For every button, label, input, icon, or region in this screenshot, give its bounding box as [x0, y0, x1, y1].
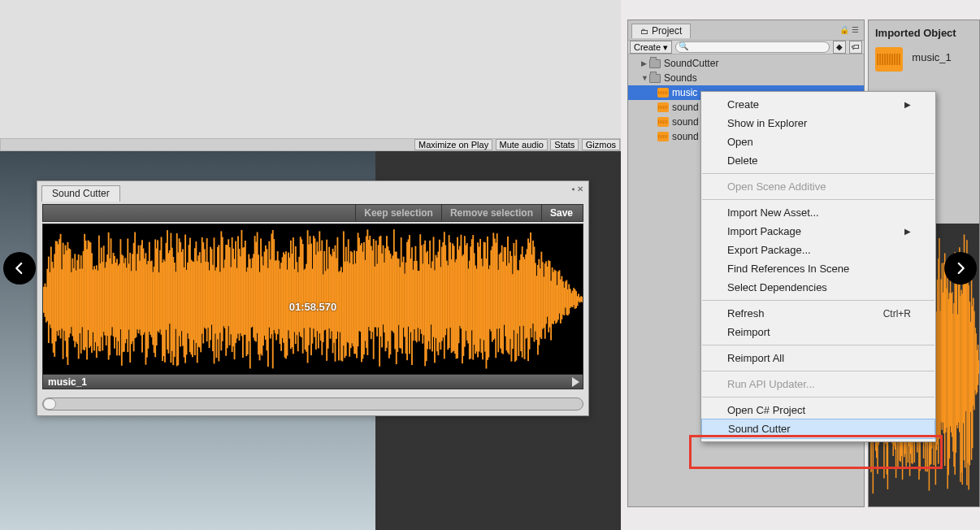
- maximize-on-play-button[interactable]: Maximize on Play: [414, 139, 492, 150]
- play-icon[interactable]: [572, 377, 579, 387]
- menu-item-select-dependencies[interactable]: Select Dependencies: [701, 278, 935, 297]
- tree-folder-sounds[interactable]: ▼ Sounds: [628, 71, 864, 85]
- create-button[interactable]: Create ▾: [630, 41, 672, 54]
- create-button-label: Create: [634, 42, 661, 52]
- menu-item-label: Delete: [727, 154, 758, 167]
- menu-separator: [702, 397, 934, 398]
- menu-item-create[interactable]: Create▶: [701, 95, 935, 114]
- menu-item-reimport-all[interactable]: Reimport All: [701, 349, 935, 367]
- sound-cutter-tab[interactable]: Sound Cutter: [41, 185, 120, 202]
- menu-item-label: Show in Explorer: [727, 117, 807, 129]
- menu-item-export-package[interactable]: Export Package...: [701, 241, 935, 259]
- folder-icon: [649, 59, 661, 68]
- menu-separator: [702, 199, 934, 200]
- audioclip-icon: [657, 102, 669, 112]
- tree-item-label: music: [672, 85, 697, 100]
- tree-item-label: Sounds: [664, 71, 697, 85]
- tree-item-label: SoundCutter: [664, 56, 718, 71]
- menu-item-label: Import New Asset...: [727, 206, 819, 219]
- menu-item-show-in-explorer[interactable]: Show in Explorer: [701, 114, 935, 132]
- gizmos-button[interactable]: Gizmos: [582, 139, 620, 150]
- submenu-arrow-icon: ▶: [904, 227, 911, 236]
- menu-item-run-api-updater: Run API Updater...: [701, 375, 935, 393]
- chevron-right-icon: [953, 261, 968, 276]
- waveform-viewport[interactable]: 01:58.570 music_1: [42, 224, 583, 389]
- menu-shortcut: Ctrl+R: [883, 308, 911, 319]
- waveform-scrollbar[interactable]: [42, 398, 583, 411]
- panel-lock-icon[interactable]: 🔒 ☰: [839, 25, 859, 34]
- menu-separator: [702, 371, 934, 371]
- menu-item-label: Import Package: [727, 225, 801, 237]
- menu-item-label: Open C# Project: [727, 404, 805, 416]
- menu-separator: [702, 173, 934, 174]
- game-view-toolbar: Maximize on Play Mute audio Stats Gizmos: [0, 138, 621, 151]
- menu-item-open-c-project[interactable]: Open C# Project: [701, 401, 935, 419]
- keep-selection-button[interactable]: Keep selection: [355, 205, 441, 221]
- menu-item-delete[interactable]: Delete: [701, 151, 935, 170]
- menu-item-label: Create: [727, 98, 759, 111]
- menu-item-label: Run API Updater...: [727, 378, 815, 390]
- audioclip-icon: [657, 117, 669, 127]
- menu-item-find-references-in-scene[interactable]: Find References In Scene: [701, 259, 935, 278]
- sound-cutter-window: Sound Cutter ▪ ✕ Keep selection Remove s…: [37, 180, 589, 416]
- project-controls-bar: Create ▾ ◆ 🏷: [628, 40, 864, 54]
- audioclip-icon: [875, 47, 903, 72]
- svg-rect-569: [978, 360, 979, 373]
- folder-icon: [649, 74, 661, 83]
- submenu-arrow-icon: ▶: [904, 100, 911, 109]
- inspector-asset-name: music_1: [912, 51, 951, 63]
- inspector-title: Imported Object: [869, 20, 979, 42]
- audioclip-icon: [657, 88, 669, 98]
- menu-item-label: Reimport All: [727, 352, 784, 364]
- menu-item-label: Find References In Scene: [727, 263, 849, 275]
- menu-item-label: Open Scene Additive: [727, 180, 826, 193]
- sound-cutter-toolbar: Keep selection Remove selection Save: [42, 204, 583, 222]
- filter-by-label-button[interactable]: 🏷: [849, 41, 862, 54]
- tree-folder-soundcutter[interactable]: ▶ SoundCutter: [628, 56, 864, 71]
- menu-item-label: Reimport: [727, 326, 770, 338]
- game-view-empty-top: [0, 0, 621, 138]
- menu-item-import-new-asset[interactable]: Import New Asset...: [701, 203, 935, 222]
- menu-separator: [702, 300, 934, 301]
- chevron-left-icon: [12, 261, 27, 276]
- project-search-input[interactable]: [675, 41, 830, 53]
- tree-item-label: sound: [672, 129, 699, 144]
- asset-context-menu[interactable]: Create▶Show in ExplorerOpenDeleteOpen Sc…: [700, 91, 936, 442]
- timecode-label: 01:58.570: [43, 301, 583, 313]
- remove-selection-button[interactable]: Remove selection: [441, 205, 541, 221]
- expand-icon[interactable]: ▶: [641, 56, 649, 71]
- clip-name-bar: music_1: [43, 374, 583, 389]
- mute-audio-button[interactable]: Mute audio: [496, 139, 548, 150]
- menu-item-open[interactable]: Open: [701, 132, 935, 151]
- menu-item-label: Refresh: [727, 307, 765, 319]
- menu-item-label: Select Dependencies: [727, 281, 827, 293]
- tree-item-label: sound: [672, 100, 699, 115]
- save-button[interactable]: Save: [541, 205, 581, 221]
- stats-button[interactable]: Stats: [550, 139, 579, 150]
- menu-item-import-package[interactable]: Import Package▶: [701, 222, 935, 241]
- filter-by-type-button[interactable]: ◆: [833, 41, 846, 54]
- menu-item-label: Open: [727, 136, 753, 148]
- menu-item-label: Sound Cutter: [728, 423, 791, 435]
- gallery-prev-button[interactable]: [3, 252, 36, 285]
- menu-item-refresh[interactable]: RefreshCtrl+R: [701, 304, 935, 323]
- window-controls[interactable]: ▪ ✕: [572, 185, 583, 193]
- menu-separator: [702, 345, 934, 345]
- audioclip-icon: [657, 132, 669, 141]
- folder-icon: 🗀: [640, 27, 648, 36]
- menu-item-reimport[interactable]: Reimport: [701, 323, 935, 341]
- clip-name-label: music_1: [48, 376, 87, 388]
- gallery-next-button[interactable]: [944, 252, 977, 285]
- scrollbar-thumb[interactable]: [43, 398, 56, 410]
- menu-item-sound-cutter[interactable]: Sound Cutter: [701, 419, 935, 439]
- waveform: [43, 224, 583, 374]
- project-tab[interactable]: 🗀Project: [631, 24, 691, 38]
- menu-item-open-scene-additive: Open Scene Additive: [701, 177, 935, 196]
- tree-item-label: sound: [672, 115, 699, 129]
- project-tab-label: Project: [652, 25, 682, 37]
- collapse-icon[interactable]: ▼: [641, 71, 649, 85]
- menu-item-label: Export Package...: [727, 244, 811, 256]
